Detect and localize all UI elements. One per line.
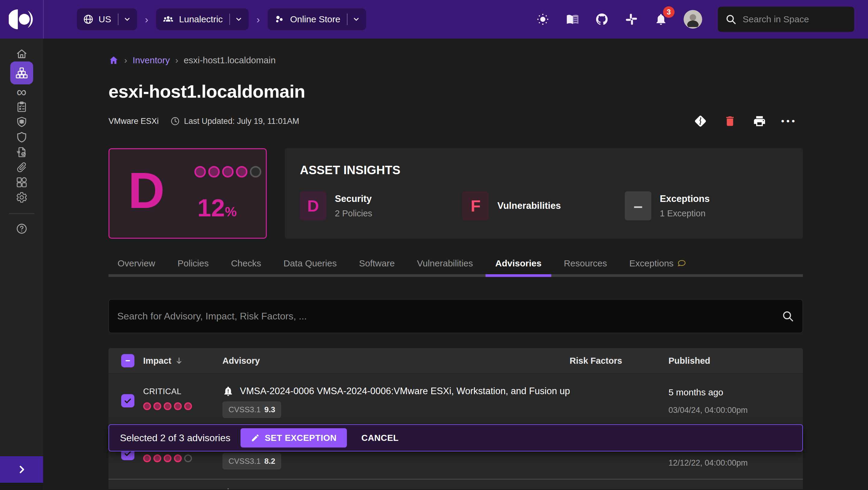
- platform-label: VMware ESXi: [108, 117, 159, 126]
- organization-selector[interactable]: Lunalectric: [156, 8, 249, 30]
- shield-icon: [16, 131, 28, 143]
- notifications-bell-icon[interactable]: 3: [654, 12, 668, 26]
- advisory-bell-icon: [222, 386, 234, 397]
- severity-dot-filled: [174, 402, 182, 410]
- advisory-filter: [108, 299, 803, 333]
- insight-security[interactable]: D Security 2 Policies: [300, 191, 462, 220]
- space-selector[interactable]: Online Store: [268, 8, 366, 30]
- insight-vulnerabilities[interactable]: F Vulnerabilities: [462, 191, 625, 220]
- tab-data-queries[interactable]: Data Queries: [283, 257, 337, 270]
- asset-insights-card: ASSET INSIGHTS D Security 2 Policies F V…: [285, 148, 803, 239]
- set-exception-button[interactable]: SET EXCEPTION: [241, 428, 347, 448]
- severity-dots: [143, 402, 222, 410]
- row-checkbox[interactable]: [121, 394, 134, 407]
- mondoo-logo[interactable]: [0, 0, 43, 38]
- home-icon[interactable]: [108, 55, 119, 65]
- advisory-filter-input[interactable]: [117, 311, 781, 322]
- sidebar-item-vulnerabilities[interactable]: [0, 115, 43, 130]
- slack-icon[interactable]: [624, 12, 638, 26]
- scope-breadcrumb: US › Lunalectric › O: [77, 8, 366, 30]
- column-published[interactable]: Published: [669, 356, 803, 366]
- sidebar-expand-button[interactable]: [0, 456, 43, 483]
- infinity-icon: ∞: [17, 86, 27, 98]
- print-icon[interactable]: [752, 114, 767, 128]
- tab-resources[interactable]: Resources: [564, 257, 607, 270]
- tab-advisories[interactable]: Advisories: [495, 257, 541, 270]
- chevron-down-icon[interactable]: [123, 16, 131, 23]
- docs-book-icon[interactable]: [565, 12, 579, 26]
- sidebar-item-integrations[interactable]: [0, 175, 43, 190]
- severity-dot-empty: [250, 166, 261, 178]
- sidebar-divider: [9, 213, 34, 214]
- selection-count-label: Selected 2 of 3 advisories: [120, 432, 230, 443]
- cancel-button[interactable]: CANCEL: [361, 433, 399, 443]
- sidebar-item-settings[interactable]: [0, 190, 43, 205]
- published-date: 12/12/22, 04:00:00pm: [669, 458, 803, 468]
- sidebar-item-help[interactable]: [0, 221, 43, 236]
- tab-checks[interactable]: Checks: [231, 257, 261, 270]
- advisory-bell-icon: [222, 487, 234, 489]
- sidebar-item-fleet[interactable]: ∞: [0, 84, 43, 99]
- paperclip-icon: [16, 161, 28, 173]
- severity-dot-filled: [222, 166, 234, 178]
- sidebar-item-security[interactable]: [0, 130, 43, 145]
- user-avatar[interactable]: [684, 10, 702, 29]
- main-content: › Inventory › esxi-host1.localdomain esx…: [43, 38, 868, 490]
- sidebar-item-inventory[interactable]: [0, 61, 43, 84]
- tab-policies[interactable]: Policies: [178, 257, 209, 270]
- asset-score-card[interactable]: D 12%: [108, 148, 267, 239]
- asset-score-percent: 12%: [197, 194, 237, 222]
- sidebar-item-policies[interactable]: [0, 99, 43, 115]
- severity-dot-filled: [153, 402, 161, 410]
- github-icon[interactable]: [595, 12, 609, 26]
- table-header: Impact Advisory Risk Factors Published: [108, 348, 803, 373]
- severity-dot-filled: [184, 402, 192, 410]
- more-icon[interactable]: •••: [782, 114, 796, 128]
- published-date: 03/04/24, 04:00:00pm: [669, 406, 803, 415]
- delete-trash-icon[interactable]: [723, 114, 737, 128]
- clock-icon: [170, 116, 180, 126]
- insights-title: ASSET INSIGHTS: [300, 163, 788, 177]
- insight-exceptions[interactable]: – Exceptions 1 Exception: [625, 191, 787, 220]
- chevron-down-icon[interactable]: [235, 16, 243, 23]
- blocks-circle-icon: [16, 176, 28, 188]
- severity-dot-filled: [164, 402, 172, 410]
- chevron-down-icon[interactable]: [352, 16, 360, 23]
- document-check-icon: [16, 146, 28, 158]
- vulnerabilities-grade-badge: F: [462, 191, 489, 220]
- global-search-input[interactable]: [743, 14, 859, 24]
- tab-exceptions[interactable]: Exceptions: [629, 257, 686, 270]
- risk-factors-cell: [569, 374, 669, 426]
- select-all-checkbox[interactable]: [121, 354, 134, 367]
- search-icon: [781, 310, 794, 323]
- summary-cards: D 12% ASSET INSIGHTS D Security 2 Polici…: [108, 148, 803, 239]
- sidebar-item-home[interactable]: [0, 47, 43, 61]
- advisory-row[interactable]: CRITICAL VMSA-2024-0006 VMSA-2024-0006:V…: [108, 373, 803, 426]
- search-icon: [725, 13, 737, 25]
- sidebar-item-compliance[interactable]: [0, 145, 43, 160]
- page-title: esxi-host1.localdomain: [108, 81, 803, 102]
- advisory-title[interactable]: VMSA-2024-0006 VMSA-2024-0006:VMware ESX…: [240, 386, 569, 397]
- theme-toggle-icon[interactable]: [536, 12, 550, 26]
- tab-software[interactable]: Software: [359, 257, 395, 270]
- severity-dot-filled: [208, 166, 220, 178]
- jira-icon[interactable]: [693, 114, 708, 128]
- sidebar-item-attachments[interactable]: [0, 160, 43, 175]
- space-label: Online Store: [290, 14, 340, 24]
- column-advisory[interactable]: Advisory: [222, 356, 569, 366]
- global-search: [718, 7, 854, 32]
- published-relative: 5 months ago: [669, 387, 803, 398]
- region-selector[interactable]: US: [77, 8, 137, 30]
- breadcrumb-link-inventory[interactable]: Inventory: [133, 55, 170, 65]
- top-navigation-bar: US › Lunalectric › O: [0, 0, 868, 38]
- advisory-row-clipped[interactable]: [108, 479, 803, 489]
- tab-vulnerabilities[interactable]: Vulnerabilities: [417, 257, 473, 270]
- help-icon: [16, 223, 28, 235]
- selection-action-bar: Selected 2 of 3 advisories SET EXCEPTION…: [108, 424, 803, 452]
- topbar-actions: 3: [536, 7, 868, 32]
- column-risk-factors[interactable]: Risk Factors: [569, 356, 669, 366]
- tab-overview[interactable]: Overview: [118, 257, 155, 270]
- impact-label: CRITICAL: [143, 387, 222, 396]
- clipboard-checklist-icon: [16, 101, 28, 113]
- column-impact[interactable]: Impact: [143, 356, 222, 366]
